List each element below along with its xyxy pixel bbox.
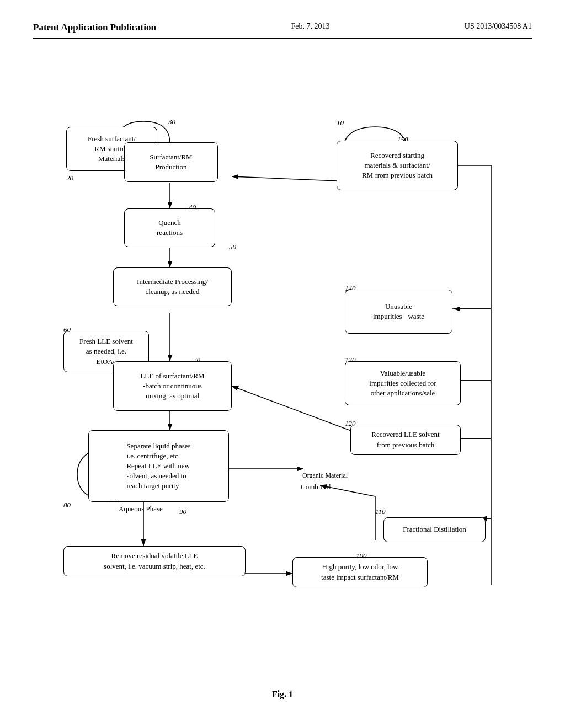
- label-60: 60: [63, 325, 71, 334]
- label-50: 50: [229, 243, 236, 251]
- label-100: 100: [356, 552, 367, 560]
- publication-label: Patent Application Publication: [33, 22, 156, 33]
- date-label: Feb. 7, 2013: [291, 22, 329, 31]
- box-fractional-dist: Fractional Distillation: [383, 517, 486, 542]
- box-high-purity: High purity, low odor, low taste impact …: [292, 557, 428, 587]
- organic-material-label: Organic Material: [302, 472, 348, 480]
- box-intermediate: Intermediate Processing/ cleanup, as nee…: [113, 267, 232, 306]
- label-10: 10: [337, 119, 344, 127]
- diagram: Fresh surfactant/ RM starting Materials …: [33, 55, 532, 684]
- fig-caption: Fig. 1: [33, 689, 532, 699]
- box-unusable: Unusable impurities - waste: [345, 290, 452, 334]
- combined-label: Combined: [301, 483, 331, 491]
- svg-line-13: [232, 386, 364, 436]
- label-30: 30: [168, 117, 175, 126]
- box-valuable: Valuable/usable impurities collected for…: [345, 361, 461, 405]
- box-lle: LLE of surfactant/RM -batch or continuou…: [113, 361, 232, 411]
- aqueous-phase-label: Aqueous Phase: [119, 505, 163, 513]
- label-110: 110: [375, 507, 386, 516]
- label-80: 80: [63, 501, 71, 510]
- page: Patent Application Publication Feb. 7, 2…: [0, 0, 565, 728]
- box-recovered-sm: Recovered starting materials & surfactan…: [337, 141, 458, 190]
- box-surfactant-rm: Surfactant/RM Production: [124, 142, 218, 182]
- box-quench: Quench reactions: [124, 208, 215, 247]
- box-remove-volatile: Remove residual volatile LLE solvent, i.…: [63, 546, 246, 576]
- label-20: 20: [66, 174, 73, 183]
- label-90: 90: [179, 507, 186, 516]
- header: Patent Application Publication Feb. 7, 2…: [33, 22, 532, 39]
- patent-number: US 2013/0034508 A1: [465, 22, 532, 31]
- box-recovered-lle: Recovered LLE solvent from previous batc…: [350, 425, 461, 455]
- box-separate: Separate liquid phases i.e. centrifuge, …: [88, 430, 229, 502]
